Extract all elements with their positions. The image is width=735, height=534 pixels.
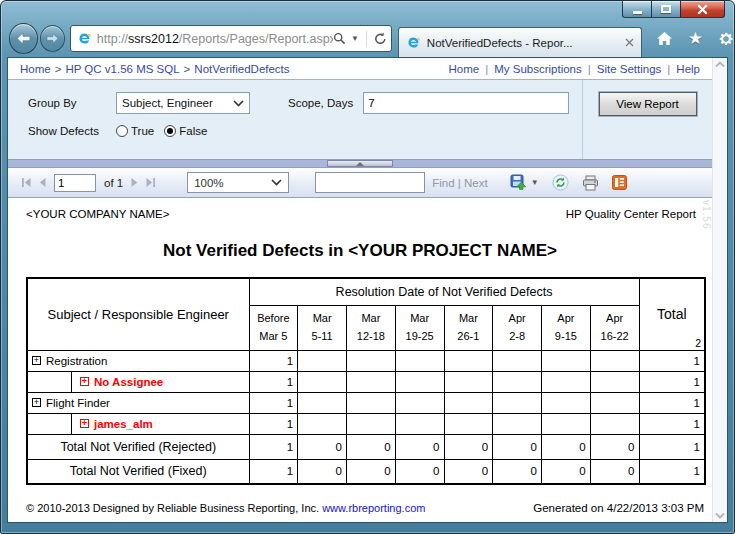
first-page-button[interactable] bbox=[21, 177, 32, 188]
find-next-link[interactable]: Next bbox=[464, 177, 488, 189]
scroll-down-icon[interactable] bbox=[715, 512, 725, 519]
value-cell bbox=[347, 392, 396, 413]
value-cell: 0 bbox=[493, 434, 542, 459]
previous-page-icon bbox=[38, 177, 47, 188]
total-row-label: Total Not Verified (Fixed) bbox=[27, 459, 249, 484]
close-button[interactable] bbox=[680, 1, 725, 18]
parameter-splitter bbox=[8, 159, 712, 168]
zoom-dropdown[interactable]: 100% bbox=[187, 172, 289, 193]
value-cell bbox=[542, 413, 591, 434]
expand-icon[interactable]: + bbox=[80, 419, 89, 428]
column-header-period: Mar19-25 bbox=[395, 305, 444, 350]
find-text-input[interactable] bbox=[315, 172, 425, 193]
previous-page-button[interactable] bbox=[38, 177, 47, 188]
group-row-label: +Flight Finder bbox=[28, 393, 249, 413]
report-body: <YOUR COMPANY NAME> HP Quality Center Re… bbox=[8, 198, 712, 522]
close-icon bbox=[697, 4, 708, 15]
value-cell bbox=[298, 350, 347, 371]
expand-icon[interactable]: + bbox=[32, 356, 41, 365]
radio-false[interactable] bbox=[164, 125, 176, 137]
address-bar[interactable]: http://ssrs2012/Reports/Pages/Report.asp… bbox=[70, 25, 392, 52]
column-header-period: Mar5-11 bbox=[298, 305, 347, 350]
value-cell bbox=[395, 350, 444, 371]
version-watermark: v1.56 bbox=[701, 200, 712, 229]
expand-icon[interactable]: + bbox=[32, 398, 41, 407]
report-type-label: HP Quality Center Report bbox=[566, 208, 696, 220]
chevron-down-icon bbox=[233, 100, 244, 107]
row-total-cell: 1 bbox=[639, 413, 705, 434]
browser-tab[interactable]: NotVerifiedDefects - Repor... bbox=[398, 27, 642, 57]
value-cell: 0 bbox=[395, 434, 444, 459]
forward-button[interactable] bbox=[40, 25, 65, 52]
breadcrumb-report-link[interactable]: NotVerifiedDefects bbox=[194, 63, 289, 75]
find-link[interactable]: Find bbox=[432, 177, 454, 189]
next-page-button[interactable] bbox=[130, 177, 139, 188]
address-dropdown-icon[interactable]: ▼ bbox=[351, 34, 359, 43]
vertical-scrollbar[interactable] bbox=[712, 58, 727, 522]
page-count-label: of 1 bbox=[104, 177, 123, 189]
site-link-home[interactable]: Home bbox=[449, 63, 480, 75]
indent-cell bbox=[28, 414, 72, 434]
scope-days-input[interactable] bbox=[363, 92, 569, 114]
chevron-down-icon bbox=[271, 179, 282, 186]
row-total-cell: 1 bbox=[639, 392, 705, 413]
refresh-report-button[interactable] bbox=[552, 174, 569, 191]
radio-false-label[interactable]: False bbox=[179, 125, 207, 137]
value-cell: 0 bbox=[542, 459, 591, 484]
expand-icon[interactable]: + bbox=[80, 377, 89, 386]
back-button[interactable] bbox=[9, 23, 38, 54]
breadcrumb-home-link[interactable]: Home bbox=[20, 63, 51, 75]
breadcrumb-folder-link[interactable]: HP QC v1.56 MS SQL bbox=[65, 63, 179, 75]
data-feed-button[interactable] bbox=[612, 175, 627, 190]
value-cell bbox=[298, 413, 347, 434]
site-link-my-subscriptions[interactable]: My Subscriptions bbox=[494, 63, 582, 75]
scroll-up-icon[interactable] bbox=[715, 61, 725, 68]
value-cell: 1 bbox=[249, 392, 298, 413]
value-cell bbox=[493, 392, 542, 413]
value-cell bbox=[444, 413, 493, 434]
splitter-collapse-handle[interactable] bbox=[327, 160, 393, 167]
value-cell bbox=[590, 350, 639, 371]
minimize-button[interactable] bbox=[622, 1, 652, 18]
value-cell bbox=[298, 371, 347, 392]
browser-navigation-bar: http://ssrs2012/Reports/Pages/Report.asp… bbox=[1, 20, 734, 57]
value-cell: 0 bbox=[347, 459, 396, 484]
show-defects-label: Show Defects bbox=[28, 125, 116, 137]
value-cell bbox=[590, 392, 639, 413]
address-separator bbox=[366, 31, 367, 47]
value-cell: 0 bbox=[347, 434, 396, 459]
favorites-star-icon[interactable]: ★ bbox=[688, 30, 703, 47]
next-page-icon bbox=[130, 177, 139, 188]
column-header-period: Mar26-1 bbox=[444, 305, 493, 350]
maximize-icon bbox=[661, 5, 671, 13]
tab-close-icon[interactable] bbox=[625, 38, 634, 47]
site-link-help[interactable]: Help bbox=[676, 63, 700, 75]
value-cell bbox=[444, 350, 493, 371]
search-icon[interactable] bbox=[333, 32, 346, 45]
home-icon[interactable] bbox=[656, 31, 673, 46]
row-total-cell: 1 bbox=[639, 459, 705, 484]
value-cell bbox=[542, 350, 591, 371]
report-title: Not Verified Defects in <YOUR PROJECT NA… bbox=[8, 241, 712, 261]
column-header-total: Total 2 bbox=[639, 278, 705, 350]
current-page-input[interactable] bbox=[54, 174, 96, 192]
table-row: Total Not Verified (Rejected)100000001 bbox=[27, 434, 705, 459]
column-header-period: BeforeMar 5 bbox=[249, 305, 298, 350]
refresh-page-icon[interactable] bbox=[374, 32, 387, 45]
rbreporting-link[interactable]: www.rbreporting.com bbox=[322, 502, 425, 514]
settings-gear-icon[interactable] bbox=[718, 31, 734, 47]
maximize-button[interactable] bbox=[652, 1, 680, 18]
radio-true-label[interactable]: True bbox=[131, 125, 154, 137]
ie-logo-icon bbox=[77, 31, 92, 46]
group-by-dropdown[interactable]: Subject, Engineer bbox=[116, 92, 250, 114]
print-button[interactable] bbox=[582, 175, 599, 191]
last-page-button[interactable] bbox=[145, 177, 156, 188]
value-cell bbox=[542, 371, 591, 392]
value-cell: 0 bbox=[444, 459, 493, 484]
radio-true[interactable] bbox=[116, 125, 128, 137]
value-cell: 1 bbox=[249, 371, 298, 392]
defects-table: Subject / Responsible Engineer Resolutio… bbox=[26, 277, 706, 485]
site-link-site-settings[interactable]: Site Settings bbox=[597, 63, 662, 75]
view-report-button[interactable]: View Report bbox=[599, 92, 697, 116]
export-button[interactable]: ▼ bbox=[510, 174, 539, 191]
